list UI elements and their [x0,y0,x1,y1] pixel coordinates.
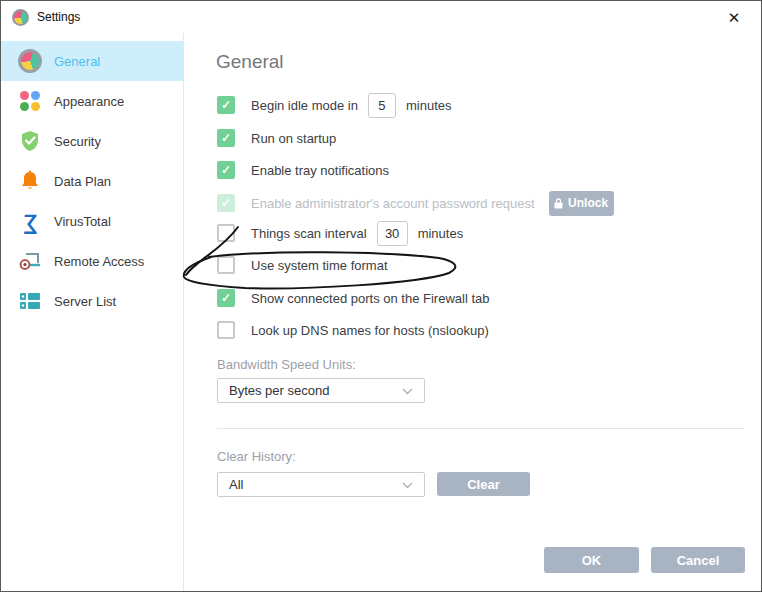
server-stack-icon [18,289,42,313]
setting-row-connected-ports: ✓ Show connected ports on the Firewall t… [217,285,489,311]
setting-label: Use system time format [251,258,388,273]
cancel-button[interactable]: Cancel [651,547,745,573]
shield-check-icon [18,129,42,153]
sidebar-item-general[interactable]: General [1,41,183,81]
sidebar-item-remote-access[interactable]: Remote Access [1,241,183,281]
sidebar-item-server-list[interactable]: Server List [1,281,183,321]
setting-row-run-on-startup: ✓ Run on startup [217,125,336,151]
scan-interval-input[interactable] [377,221,408,246]
setting-row-things-scan: Things scan interval minutes [217,220,463,246]
bandwidth-units-label: Bandwidth Speed Units: [217,357,356,372]
setting-row-system-time-format: Use system time format [217,252,388,278]
sidebar-item-label: Remote Access [54,254,144,269]
bell-icon [18,169,42,193]
sidebar-item-label: Appearance [54,94,124,109]
setting-label: Enable tray notifications [251,163,389,178]
settings-window: Settings ✕ General Appearance Security D… [0,0,762,592]
setting-label: Run on startup [251,131,336,146]
sidebar-item-label: Server List [54,294,116,309]
checkbox-begin-idle-mode[interactable]: ✓ [217,96,235,114]
checkbox-connected-ports[interactable]: ✓ [217,289,235,307]
unlock-button[interactable]: Unlock [549,191,614,216]
app-logo-icon [12,9,29,26]
checkbox-admin-password: ✓ [217,194,235,212]
checkbox-dns-lookup[interactable] [217,321,235,339]
virustotal-sigma-icon: ∑ [18,209,42,233]
sidebar-item-label: VirusTotal [54,214,111,229]
setting-row-dns-lookup: Look up DNS names for hosts (nslookup) [217,317,489,343]
checkbox-system-time-format[interactable] [217,256,235,274]
section-divider [217,428,745,429]
main-panel: General ✓ Begin idle mode in minutes ✓ R… [185,33,761,591]
sidebar-item-data-plan[interactable]: Data Plan [1,161,183,201]
sidebar-item-label: Security [54,134,101,149]
clear-history-label: Clear History: [217,449,296,464]
chevron-down-icon [402,477,413,492]
setting-row-idle-mode: ✓ Begin idle mode in minutes [217,92,452,118]
check-icon: ✓ [221,163,231,177]
titlebar: Settings ✕ [1,1,761,33]
sidebar-item-security[interactable]: Security [1,121,183,161]
remote-eye-laptop-icon [18,249,42,273]
ok-button[interactable]: OK [544,547,639,573]
checkbox-tray-notifications[interactable]: ✓ [217,161,235,179]
bandwidth-units-value: Bytes per second [229,383,329,398]
sidebar-item-appearance[interactable]: Appearance [1,81,183,121]
sidebar-item-virustotal[interactable]: ∑ VirusTotal [1,201,183,241]
check-icon: ✓ [221,98,231,112]
setting-label: Enable administrator's account password … [251,196,535,211]
checkbox-things-scan[interactable] [217,224,235,242]
setting-suffix: minutes [418,226,464,241]
clear-button[interactable]: Clear [437,472,530,496]
sidebar-item-label: Data Plan [54,174,111,189]
setting-label: Show connected ports on the Firewall tab [251,291,489,306]
lock-icon [554,198,563,209]
general-pie-icon [18,49,42,73]
checkbox-run-on-startup[interactable]: ✓ [217,129,235,147]
clear-history-value: All [229,477,243,492]
check-icon: ✓ [221,131,231,145]
appearance-dots-icon [18,89,42,113]
sidebar-item-label: General [54,54,100,69]
check-icon: ✓ [221,291,231,305]
window-title: Settings [37,10,80,24]
chevron-down-icon [402,383,413,398]
setting-row-admin-password: ✓ Enable administrator's account passwor… [217,190,614,216]
clear-history-select[interactable]: All [217,472,425,497]
idle-minutes-input[interactable] [368,93,396,118]
page-title: General [216,51,284,73]
setting-label: Look up DNS names for hosts (nslookup) [251,323,489,338]
sidebar: General Appearance Security Data Plan ∑ … [1,33,184,591]
close-icon[interactable]: ✕ [722,6,746,30]
setting-label: Begin idle mode in [251,98,358,113]
setting-label: Things scan interval [251,226,367,241]
bandwidth-units-select[interactable]: Bytes per second [217,378,425,403]
setting-row-tray-notifications: ✓ Enable tray notifications [217,157,389,183]
check-icon: ✓ [221,196,231,210]
setting-suffix: minutes [406,98,452,113]
unlock-label: Unlock [568,196,608,210]
